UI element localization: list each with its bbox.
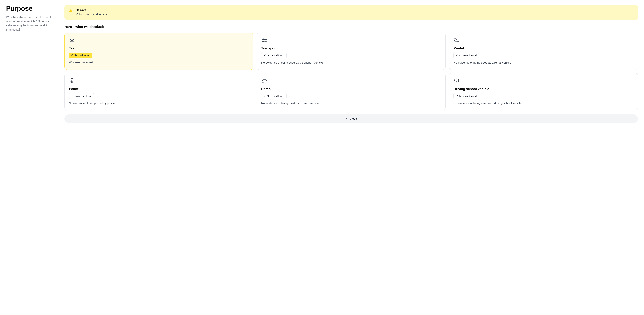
main-content: Beware Vehicle was used as a taxi! Here'… <box>64 5 638 123</box>
status-label: No record found <box>267 54 284 57</box>
card-desc: No evidence of being used as a rental ve… <box>454 61 634 65</box>
card-taxi: Taxi Record found Was used as a taxi <box>64 32 254 70</box>
card-title: Rental <box>454 46 634 50</box>
shield-icon <box>69 78 249 84</box>
card-van: Transport No record found No evidence of… <box>257 32 446 70</box>
card-desc: No evidence of being used as a driving s… <box>454 101 634 106</box>
card-key-car: Rental No record found No evidence of be… <box>449 32 638 70</box>
card-title: Taxi <box>69 46 249 50</box>
card-desc: Was used as a taxi <box>69 60 249 64</box>
check-icon <box>264 54 266 57</box>
cards-grid: Taxi Record found Was used as a taxi Tra… <box>64 32 638 110</box>
status-badge: No record found <box>454 93 479 99</box>
status-badge: No record found <box>261 93 286 99</box>
section-heading: Here's what we checked: <box>64 25 638 29</box>
taxi-icon <box>69 37 249 44</box>
card-gradcap: Driving school vehicle No record found N… <box>449 73 638 110</box>
check-icon <box>264 94 266 98</box>
van-icon <box>261 37 441 44</box>
card-title: Transport <box>261 46 441 50</box>
close-button[interactable]: Close <box>64 114 638 123</box>
sidebar: Purpose Was the vehicle used as a taxi, … <box>6 5 56 32</box>
status-badge: No record found <box>69 93 94 99</box>
status-badge: No record found <box>261 53 286 58</box>
alert-message: Vehicle was used as a taxi! <box>76 13 110 16</box>
alert-banner: Beware Vehicle was used as a taxi! <box>64 5 638 20</box>
car-icon <box>261 78 441 84</box>
card-desc: No evidence of being used as a demo vehi… <box>261 101 441 106</box>
close-label: Close <box>350 117 357 120</box>
card-title: Driving school vehicle <box>454 87 634 91</box>
check-icon <box>456 94 458 98</box>
card-title: Demo <box>261 87 441 91</box>
alert-title: Beware <box>76 8 110 12</box>
page-title: Purpose <box>6 5 56 12</box>
gradcap-icon <box>454 78 634 84</box>
status-badge: No record found <box>454 53 479 58</box>
status-label: No record found <box>459 95 477 98</box>
arrow-up-icon <box>346 117 348 120</box>
status-label: No record found <box>267 95 284 98</box>
check-icon <box>71 94 74 98</box>
card-shield: Police No record found No evidence of be… <box>64 73 254 110</box>
card-title: Police <box>69 87 249 91</box>
card-car: Demo No record found No evidence of bein… <box>257 73 446 110</box>
check-icon <box>456 54 458 57</box>
warning-icon <box>69 9 73 13</box>
card-desc: No evidence of being used as a transport… <box>261 61 441 65</box>
svg-rect-1 <box>70 12 71 12</box>
key-car-icon <box>454 37 634 44</box>
status-label: Record found <box>74 54 90 57</box>
page-description: Was the vehicle used as a taxi, rental, … <box>6 15 56 32</box>
status-badge: Record found <box>69 53 92 58</box>
status-label: No record found <box>459 54 477 57</box>
status-label: No record found <box>75 95 92 98</box>
card-desc: No evidence of being used by police <box>69 101 249 106</box>
warning-icon <box>71 54 74 57</box>
svg-rect-0 <box>70 10 71 11</box>
